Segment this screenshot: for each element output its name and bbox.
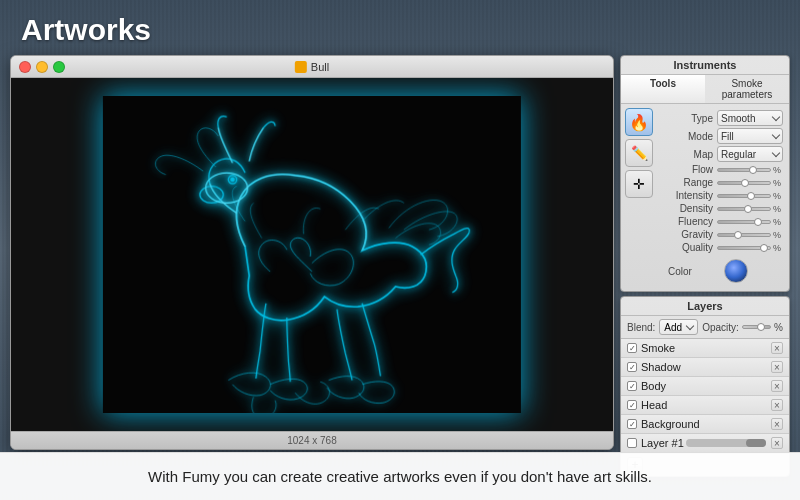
smoke-parameters: Type Smooth Mode Fill: [658, 108, 785, 289]
color-section: Color: [662, 255, 783, 287]
density-slider-container: %: [717, 204, 783, 214]
brush-tool-button[interactable]: ✏️: [625, 139, 653, 167]
smoke-tool-button[interactable]: 🔥: [625, 108, 653, 136]
map-select[interactable]: Regular: [717, 146, 783, 162]
main-content: Bull: [10, 55, 790, 450]
minimize-button[interactable]: [36, 61, 48, 73]
flow-slider[interactable]: [717, 168, 771, 172]
flow-percent: %: [773, 165, 783, 175]
document-icon: [295, 61, 307, 73]
window-titlebar: Bull: [11, 56, 613, 78]
type-row: Type Smooth: [662, 110, 783, 126]
quality-percent: %: [773, 243, 783, 253]
layer-item-layer-shadow[interactable]: ✓ Shadow ×: [621, 358, 789, 377]
map-row: Map Regular: [662, 146, 783, 162]
range-slider[interactable]: [717, 181, 771, 185]
gravity-slider[interactable]: [717, 233, 771, 237]
gravity-label: Gravity: [662, 229, 717, 240]
mode-row: Mode Fill: [662, 128, 783, 144]
bull-svg: [41, 96, 583, 414]
fluency-label: Fluency: [662, 216, 717, 227]
flow-label: Flow: [662, 164, 717, 175]
tab-smoke-parameters[interactable]: Smoke parameters: [705, 75, 789, 103]
layer-close-button[interactable]: ×: [771, 399, 783, 411]
map-label: Map: [662, 149, 717, 160]
mode-select[interactable]: Fill: [717, 128, 783, 144]
layer-item-layer-head[interactable]: ✓ Head ×: [621, 396, 789, 415]
panel-tabs: Tools Smoke parameters: [621, 75, 789, 104]
fluency-slider[interactable]: [717, 220, 771, 224]
traffic-lights: [19, 61, 65, 73]
layer-item-layer-smoke[interactable]: ✓ Smoke ×: [621, 339, 789, 358]
fluency-slider-container: %: [717, 217, 783, 227]
svg-point-4: [231, 178, 234, 181]
layers-panel: Layers Blend: Add Opacity: % ✓ Smoke: [620, 296, 790, 477]
canvas-area[interactable]: [11, 78, 613, 431]
layer-close-button[interactable]: ×: [771, 342, 783, 354]
layer-checkbox[interactable]: ✓: [627, 419, 637, 429]
layer-close-button[interactable]: ×: [771, 437, 783, 449]
layer-name: Body: [641, 380, 767, 392]
blend-row: Blend: Add Opacity: %: [621, 316, 789, 339]
maximize-button[interactable]: [53, 61, 65, 73]
range-percent: %: [773, 178, 783, 188]
layer-name: Smoke: [641, 342, 767, 354]
gravity-percent: %: [773, 230, 783, 240]
layer-name: Head: [641, 399, 767, 411]
chevron-down-icon: [772, 131, 780, 139]
layer-item-layer-background[interactable]: ✓ Background ×: [621, 415, 789, 434]
mode-label: Mode: [662, 131, 717, 142]
intensity-label: Intensity: [662, 190, 717, 201]
range-label: Range: [662, 177, 717, 188]
close-button[interactable]: [19, 61, 31, 73]
tab-tools[interactable]: Tools: [621, 75, 705, 103]
canvas-size-label: 1024 x 768: [287, 435, 337, 446]
canvas-window: Bull: [10, 55, 614, 450]
instruments-panel: Instruments Tools Smoke parameters 🔥 ✏️ …: [620, 55, 790, 450]
range-slider-container: %: [717, 178, 783, 188]
color-label: Color: [668, 266, 692, 277]
layer-checkbox[interactable]: [627, 438, 637, 448]
blend-label: Blend:: [627, 322, 655, 333]
intensity-percent: %: [773, 191, 783, 201]
layer-checkbox[interactable]: ✓: [627, 400, 637, 410]
gravity-slider-container: %: [717, 230, 783, 240]
layer-item-layer-body[interactable]: ✓ Body ×: [621, 377, 789, 396]
opacity-label: Opacity:: [702, 322, 739, 333]
type-select[interactable]: Smooth: [717, 110, 783, 126]
layer-name: Background: [641, 418, 767, 430]
intensity-slider-container: %: [717, 191, 783, 201]
tools-and-params: 🔥 ✏️ ✛ Type Smooth Mode: [621, 104, 789, 291]
density-label: Density: [662, 203, 717, 214]
layer-checkbox[interactable]: ✓: [627, 343, 637, 353]
quality-slider[interactable]: [717, 246, 771, 250]
layer-checkbox[interactable]: ✓: [627, 362, 637, 372]
color-swatch[interactable]: [724, 259, 748, 283]
chevron-down-icon: [772, 113, 780, 121]
tool-icons: 🔥 ✏️ ✛: [625, 108, 655, 289]
layer-name: Shadow: [641, 361, 767, 373]
layer-checkbox[interactable]: ✓: [627, 381, 637, 391]
chevron-down-icon: [686, 322, 694, 330]
opacity-slider[interactable]: [742, 325, 771, 329]
opacity-percent: %: [774, 322, 783, 333]
canvas-statusbar: 1024 x 768: [11, 431, 613, 449]
intensity-slider[interactable]: [717, 194, 771, 198]
flow-row: Flow %: [662, 164, 783, 175]
quality-label: Quality: [662, 242, 717, 253]
range-row: Range %: [662, 177, 783, 188]
quality-slider-container: %: [717, 243, 783, 253]
app-title: Artworks: [21, 13, 151, 47]
blend-select[interactable]: Add: [659, 319, 698, 335]
density-slider[interactable]: [717, 207, 771, 211]
layer-close-button[interactable]: ×: [771, 361, 783, 373]
window-title: Bull: [295, 61, 329, 73]
density-percent: %: [773, 204, 783, 214]
move-tool-button[interactable]: ✛: [625, 170, 653, 198]
layer-close-button[interactable]: ×: [771, 418, 783, 430]
type-label: Type: [662, 113, 717, 124]
intensity-row: Intensity %: [662, 190, 783, 201]
fluency-percent: %: [773, 217, 783, 227]
layers-list: ✓ Smoke × ✓ Shadow × ✓ Body × ✓ Head × ✓…: [621, 339, 789, 453]
layer-close-button[interactable]: ×: [771, 380, 783, 392]
